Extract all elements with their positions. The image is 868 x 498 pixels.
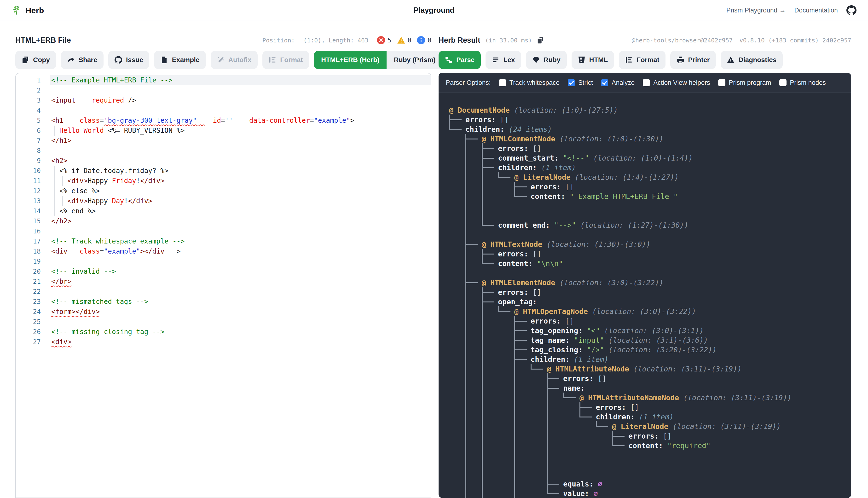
- code-line-14[interactable]: 14 <% end %>: [16, 206, 431, 216]
- info-icon: [417, 36, 425, 44]
- tree-guide: [514, 364, 530, 374]
- tree-guide: [465, 297, 482, 307]
- version-link[interactable]: v0.8.10 (+183 commits) 2402c957: [739, 37, 851, 44]
- github-icon[interactable]: [846, 5, 856, 15]
- tree-guide: [596, 431, 612, 441]
- format-button[interactable]: Format: [262, 51, 309, 69]
- checkbox-analyze[interactable]: [601, 79, 608, 86]
- nav-documentation[interactable]: Documentation: [794, 7, 838, 14]
- result-column: Herb Result (in 33.00 ms) @herb-tools/br…: [438, 32, 851, 498]
- diagnostics-button[interactable]: Diagnostics: [721, 51, 783, 69]
- format-button[interactable]: Format: [619, 51, 666, 69]
- tree-guide: [449, 431, 465, 441]
- example-button[interactable]: Example: [154, 51, 206, 69]
- code-line-26[interactable]: 26<!-- missing closing tag -->: [16, 327, 431, 337]
- tree-row: content: "required": [449, 441, 851, 450]
- code-line-13[interactable]: 13 <div>Happy Day!</div>: [16, 196, 431, 206]
- tree-guide: [449, 288, 465, 297]
- tree-guide: [514, 393, 530, 403]
- printer-button[interactable]: Printer: [670, 51, 716, 69]
- checkbox-strict[interactable]: [568, 79, 575, 86]
- code-line-23[interactable]: 23<!-- mismatched tags -->: [16, 297, 431, 307]
- code-line-4[interactable]: 4: [16, 105, 431, 116]
- option-analyze[interactable]: Analyze: [601, 79, 635, 87]
- tree-row: [449, 268, 851, 278]
- code-line-2[interactable]: 2: [16, 85, 431, 95]
- tree-guide: [482, 403, 498, 412]
- checkbox-action-view-helpers[interactable]: [643, 79, 650, 86]
- tree-guide: [579, 441, 596, 450]
- code-line-12[interactable]: 12 <% else %>: [16, 186, 431, 196]
- tree-guide: [449, 355, 465, 364]
- position-label: Position:: [262, 37, 295, 44]
- tree-guide: [596, 422, 612, 431]
- code-line-22[interactable]: 22: [16, 287, 431, 297]
- tree-row: [449, 450, 851, 460]
- code-line-24[interactable]: 24<form></div>: [16, 307, 431, 317]
- code-line-6[interactable]: 6 Hello World <%= RUBY_VERSION %>: [16, 126, 431, 136]
- code-line-10[interactable]: 10 <% if Date.today.friday? %>: [16, 166, 431, 176]
- tree-guide: [547, 422, 563, 431]
- option-action-view-helpers[interactable]: Action View helpers: [643, 79, 710, 87]
- tree-guide: [465, 383, 482, 393]
- checkbox-prism-program[interactable]: [718, 79, 725, 86]
- checkbox-track-whitespace[interactable]: [499, 79, 506, 86]
- code-line-5[interactable]: 5<h1 class='bg-gray-300 text-gray" id=''…: [16, 116, 431, 126]
- option-strict[interactable]: Strict: [568, 79, 593, 87]
- tree-row: tag_name: "input" (location: (3:1)-(3:6)…: [449, 336, 851, 345]
- tree-guide: [482, 153, 498, 163]
- code-line-20[interactable]: 20<!-- invalid -->: [16, 266, 431, 277]
- tree-guide: [579, 412, 596, 422]
- copy-button[interactable]: Copy: [15, 51, 56, 69]
- share-button[interactable]: Share: [61, 51, 104, 69]
- nav-prism-playground[interactable]: Prism Playground →: [726, 7, 786, 14]
- tree-guide: [449, 124, 465, 134]
- code-line-7[interactable]: 7</h1>: [16, 136, 431, 146]
- copy-icon: [537, 37, 544, 44]
- tree-guide: [547, 450, 563, 460]
- option-track-whitespace[interactable]: Track whitespace: [499, 79, 560, 87]
- tree-guide: [563, 412, 579, 422]
- option-prism-program[interactable]: Prism program: [718, 79, 771, 87]
- tab-html-erb-herb[interactable]: HTML+ERB (Herb): [314, 51, 386, 69]
- tree-guide: [579, 431, 596, 441]
- editor-lines: 1<!-- Example HTML+ERB File -->23<input …: [16, 75, 431, 347]
- tree-guide: [514, 412, 530, 422]
- tree-row: [449, 230, 851, 240]
- code-line-27[interactable]: 27<div>: [16, 337, 431, 347]
- code-line-8[interactable]: 8: [16, 146, 431, 156]
- tree-guide: [449, 393, 465, 403]
- code-line-17[interactable]: 17<!-- Track whitespace example -->: [16, 236, 431, 246]
- herb-logo-link[interactable]: Herb: [12, 5, 44, 16]
- tree-guide: [449, 115, 465, 124]
- code-line-11[interactable]: 11 <div>Happy Friday!</div>: [16, 176, 431, 186]
- tree-guide: [547, 403, 563, 412]
- parse-button[interactable]: Parse: [438, 51, 481, 69]
- code-line-15[interactable]: 15</h2>: [16, 216, 431, 226]
- autofix-button[interactable]: Autofix: [211, 51, 258, 69]
- tree-guide: [482, 479, 498, 489]
- ruby-button[interactable]: Ruby: [526, 51, 567, 69]
- tree-row: @ LiteralNode (location: (3:11)-(3:19)): [449, 422, 851, 431]
- checkbox-prism-nodes[interactable]: [779, 79, 787, 86]
- issue-button[interactable]: Issue: [108, 51, 149, 69]
- line-number: 10: [16, 166, 50, 176]
- tree-guide: [465, 288, 482, 297]
- tab-ruby-prism[interactable]: Ruby (Prism): [386, 51, 443, 69]
- code-line-3[interactable]: 3<input required />: [16, 95, 431, 105]
- code-line-19[interactable]: 19: [16, 257, 431, 266]
- tree-guide: [465, 144, 482, 153]
- code-line-21[interactable]: 21</br>: [16, 277, 431, 287]
- lex-button[interactable]: Lex: [486, 51, 521, 69]
- code-editor[interactable]: 1<!-- Example HTML+ERB File -->23<input …: [15, 73, 431, 498]
- option-prism-nodes[interactable]: Prism nodes: [779, 79, 826, 87]
- tree-guide: [547, 431, 563, 441]
- copy-result-button[interactable]: [537, 37, 544, 44]
- html-button[interactable]: HTML: [571, 51, 614, 69]
- code-line-16[interactable]: 16: [16, 226, 431, 236]
- lex-icon: [492, 56, 499, 64]
- code-line-1[interactable]: 1<!-- Example HTML+ERB File -->: [16, 75, 431, 85]
- code-line-25[interactable]: 25: [16, 317, 431, 327]
- code-line-18[interactable]: 18<div class="example"></div >: [16, 246, 431, 257]
- code-line-9[interactable]: 9<h2>: [16, 156, 431, 166]
